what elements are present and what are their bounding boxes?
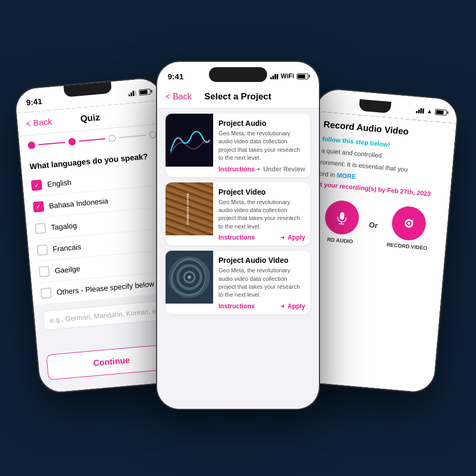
nav-title-left: Quiz xyxy=(51,109,129,127)
record-audio-wrap: RD AUDIO xyxy=(323,199,361,245)
battery-fill-right xyxy=(436,110,443,114)
language-input[interactable]: e.g., German, Mandarin, Korean, etc. xyxy=(42,300,172,331)
project-actions-audio: Instructions Under Review xyxy=(218,166,305,173)
spiral-svg xyxy=(166,251,213,304)
project-desc-audio: Geo Meta, the revolutionary audio video … xyxy=(218,130,305,162)
apply-label-video: Apply xyxy=(288,234,305,241)
checkbox-list: ✓ English ✓ Bahasa Indonesia Tagalog Fra… xyxy=(22,163,179,305)
progress-dot-2 xyxy=(68,138,76,145)
camera-icon xyxy=(401,215,417,231)
under-review-btn-audio: Under Review xyxy=(255,166,305,173)
battery-icon-center xyxy=(297,74,308,79)
progress-dot-3 xyxy=(108,134,116,142)
project-info-av: Project Audio Video Geo Meta, the revolu… xyxy=(213,251,310,314)
arrow-icon-video xyxy=(280,234,286,241)
checkbox-english-label: English xyxy=(47,178,72,188)
record-video-button[interactable] xyxy=(391,205,427,242)
checkbox-others-label: Others - Please specify below xyxy=(56,280,154,297)
signal-bar-c1 xyxy=(270,77,272,79)
checkbox-bahasa-box[interactable]: ✓ xyxy=(33,201,44,213)
record-video-label: RECORD VIDEO xyxy=(387,242,428,251)
project-desc-av: Geo Meta, the revolutionary audio video … xyxy=(218,267,305,299)
instructions-link-audio[interactable]: Instructions xyxy=(218,166,255,173)
status-icons-center: WiFi xyxy=(270,72,308,80)
apply-btn-av[interactable]: Apply xyxy=(280,303,305,310)
signal-bar-c2 xyxy=(272,76,274,79)
battery-icon-left xyxy=(139,88,151,95)
checkbox-gaeilge-label: Gaeilge xyxy=(54,264,80,275)
project-actions-av: Instructions Apply xyxy=(218,303,305,310)
signal-bars-left xyxy=(128,89,136,96)
status-icons-left xyxy=(128,88,151,97)
signal-bar-c4 xyxy=(277,74,278,79)
record-buttons: RD AUDIO Or RECORD VIDEO xyxy=(313,198,440,252)
project-info-audio: Project Audio Geo Meta, the revolutionar… xyxy=(213,114,310,177)
project-list: Project Audio Geo Meta, the revolutionar… xyxy=(157,108,319,409)
svg-point-4 xyxy=(188,276,191,279)
project-card-audio: Project Audio Geo Meta, the revolutionar… xyxy=(166,114,310,177)
wifi-icon-center: WiFi xyxy=(281,72,294,80)
project-image-audio xyxy=(166,114,213,167)
center-screen: Project Audio Geo Meta, the revolutionar… xyxy=(157,108,319,409)
signal-bar-1 xyxy=(129,94,130,96)
checkbox-english-box[interactable]: ✓ xyxy=(31,179,42,191)
progress-line-3 xyxy=(119,135,146,138)
checkbox-others-box[interactable] xyxy=(40,288,52,299)
or-text: Or xyxy=(369,220,378,229)
checkbox-francais-label: Francais xyxy=(52,242,81,253)
signal-bar-c3 xyxy=(274,74,276,79)
project-info-video: Project Video Geo Meta, the revolutionar… xyxy=(213,182,310,246)
project-name-av: Project Audio Video xyxy=(218,256,305,264)
status-icons-right: ▲ xyxy=(416,107,447,116)
instructions-link-av[interactable]: Instructions xyxy=(218,303,255,310)
signal-bar-2 xyxy=(131,93,133,96)
notch-right xyxy=(359,99,391,113)
signal-bars-right xyxy=(416,107,424,114)
time-center: 9:41 xyxy=(168,72,184,81)
back-button-left[interactable]: < Back xyxy=(25,117,52,129)
status-bar-center: 9:41 WiFi xyxy=(157,62,319,85)
project-card-video: STARBUCKS COFFEE Project Video Geo Meta,… xyxy=(166,182,310,246)
desc3-text: ord in xyxy=(319,170,337,179)
center-phone: 9:41 WiFi < Back Select a Project xyxy=(156,61,320,410)
arrow-icon-av xyxy=(280,303,286,309)
signal-bars-center xyxy=(270,73,278,79)
wifi-icon-right: ▲ xyxy=(426,108,433,115)
notch-left xyxy=(63,81,112,97)
battery-fill-center xyxy=(298,75,305,78)
project-image-av xyxy=(166,251,213,304)
signal-bar-4 xyxy=(134,90,136,96)
record-audio-label: RD AUDIO xyxy=(327,236,353,244)
checkbox-bahasa-label: Bahasa Indonesia xyxy=(49,197,108,210)
battery-fill-left xyxy=(140,90,147,94)
under-review-label: Under Review xyxy=(263,166,305,173)
checkbox-tagalog-label: Tagalog xyxy=(51,221,77,232)
checkbox-francais-box[interactable] xyxy=(36,244,48,256)
checkbox-gaeilge-box[interactable] xyxy=(39,266,50,278)
record-audio-button[interactable] xyxy=(324,199,360,236)
project-desc-video: Geo Meta, the revolutionary audio video … xyxy=(218,198,305,231)
signal-bar-r4 xyxy=(422,108,424,114)
nav-title-center: Select a Project xyxy=(191,91,284,102)
battery-icon-right xyxy=(435,108,447,115)
time-left: 9:41 xyxy=(26,96,42,107)
apply-btn-video[interactable]: Apply xyxy=(280,234,305,241)
record-video-wrap: RECORD VIDEO xyxy=(387,205,431,251)
project-card-av: Project Audio Video Geo Meta, the revolu… xyxy=(166,251,310,314)
more-link[interactable]: MORE xyxy=(336,171,356,180)
dynamic-island xyxy=(209,67,267,82)
signal-bar-r1 xyxy=(416,111,417,113)
back-button-center[interactable]: < Back xyxy=(166,92,191,102)
nav-bar-center: < Back Select a Project xyxy=(157,85,319,108)
progress-line-2 xyxy=(79,138,106,141)
project-image-video: STARBUCKS COFFEE xyxy=(166,182,213,235)
instructions-link-video[interactable]: Instructions xyxy=(218,234,255,241)
project-name-video: Project Video xyxy=(218,188,305,196)
arrow-icon-audio xyxy=(255,166,262,172)
project-actions-video: Instructions Apply xyxy=(218,234,305,241)
apply-label-av: Apply xyxy=(288,303,305,310)
progress-line-1 xyxy=(39,142,66,145)
checkbox-tagalog-box[interactable] xyxy=(35,223,47,234)
starbucks-label: STARBUCKS COFFEE xyxy=(186,193,189,225)
svg-rect-5 xyxy=(340,212,344,220)
